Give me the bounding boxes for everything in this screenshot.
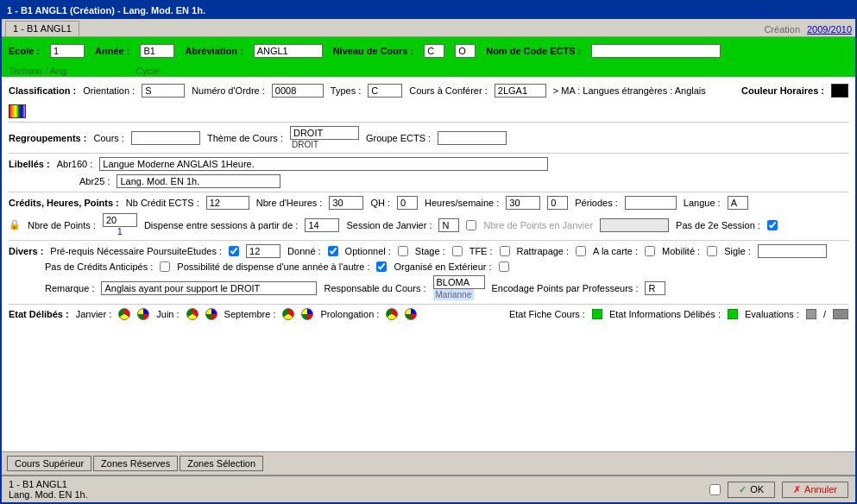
niveau-input2[interactable] [455,44,476,58]
cours-conferer-label: Cours à Conférer : [409,85,487,96]
groupe-ects-input[interactable] [438,131,507,145]
nbre-points-input[interactable] [103,213,137,227]
abr160-input[interactable] [99,157,548,171]
remarque-input[interactable] [101,281,317,295]
numero-input[interactable] [272,84,324,98]
cours-regr-input[interactable] [131,131,200,145]
langue-input[interactable] [728,196,748,210]
bottom-tabs: Cours Supérieur Zones Réserves Zones Sél… [2,451,855,475]
regroupements-label: Regroupements : [9,133,86,143]
green-sub-bar: Termino / Ang Cycle [2,65,855,77]
niveau-input[interactable] [424,44,444,58]
orientation-input[interactable] [142,84,185,98]
credits-label: Crédits, Heures, Points : [9,198,119,208]
optionnel-check[interactable] [398,246,408,256]
donne-check[interactable] [328,246,338,256]
a-la-carte-check[interactable] [645,246,655,256]
a-la-carte-label: A la carte : [593,246,638,256]
zones-reserves-tab[interactable]: Zones Réserves [93,456,178,471]
responsable-name: Marianne [433,289,475,300]
footer-ref1: 1 - B1 ANGL1 [9,479,88,489]
heures-sem-input2[interactable] [547,196,568,210]
etat-info-label: Etat Informations Délibés : [609,309,721,319]
year-link[interactable]: 2009/2010 [807,24,852,35]
zones-selection-tab[interactable]: Zones Sélection [180,456,263,471]
prerequis-input[interactable] [246,244,280,258]
cancel-x-icon: ✗ [793,484,801,495]
ecole-label: Ecole : [9,46,40,56]
stage-check[interactable] [452,246,463,256]
possibilite-label: Possibilité de dispense d'une année à l'… [177,261,369,272]
tfe-check[interactable] [500,246,510,256]
ecole-input[interactable] [50,44,85,58]
footer-bar: 1 - B1 ANGL1 Lang. Mod. EN 1h. ✓ OK ✗ An… [2,475,855,502]
langue-label: Langue : [684,198,721,208]
sigle-label: Sigle : [724,246,751,256]
cours-desc: > MA : Langues étrangères : Anglais [553,85,706,96]
prolongation-pie1 [386,308,398,320]
janvier-pie2 [137,308,149,320]
cours-conferer-input[interactable] [495,84,546,98]
types-input[interactable] [368,84,402,98]
prerequis-check[interactable] [229,246,239,256]
cancel-button[interactable]: ✗ Annuler [782,482,848,498]
heures-sem-input[interactable] [506,196,540,210]
footer-check[interactable] [709,484,721,495]
session-jan-input[interactable] [438,218,459,232]
credits-section: Crédits, Heures, Points : Nb Crédit ECTS… [9,196,848,236]
tab-label: 1 - B1 ANGL1 [13,23,72,34]
nom-code-input[interactable] [591,44,721,58]
numero-label: Numéro d'Ordre : [192,85,265,96]
title-bar: 1 - B1 ANGL1 (Création) - Lang. Mod. EN … [2,2,855,19]
main-panel: Classification : Orientation : Numéro d'… [2,77,855,451]
orientation-label: Orientation : [83,85,135,96]
cours-superieur-tab[interactable]: Cours Supérieur [7,456,91,471]
juin-pie1 [186,308,198,320]
mobilite-check[interactable] [707,246,717,256]
pas-credits-check[interactable] [160,261,170,272]
tfe-label: TFE : [469,246,493,256]
color-rainbow-box[interactable] [9,104,26,118]
classification-section: Classification : Orientation : Numéro d'… [9,84,848,118]
eval-slash: / [823,309,826,319]
sub2: Cycle [135,66,160,76]
possibilite-check[interactable] [376,261,387,272]
responsable-input[interactable] [433,275,485,289]
rattrapage-check[interactable] [576,246,586,256]
annee-input[interactable] [140,44,174,58]
dispense-label: Dispense entre sessions à partir de : [144,220,299,230]
encodage-input[interactable] [645,281,665,295]
pas-2e-check[interactable] [767,220,778,230]
divider4 [9,240,848,241]
nbre-points-label: Nbre de Points : [28,220,96,230]
periodes-input[interactable] [625,196,677,210]
session-jan-check[interactable] [466,220,476,230]
abr25-input[interactable] [117,174,280,188]
tab-info: Création 2009/2010 [764,24,852,36]
ok-button[interactable]: ✓ OK [728,482,775,498]
note-sub: 1 [117,227,123,236]
theme-input[interactable] [290,126,359,140]
qh-input[interactable] [397,196,418,210]
nb-credit-input[interactable] [206,196,249,210]
libelles-section: Libellés : Abr160 : Abr25 : [9,157,848,188]
septembre-pie1 [282,308,294,320]
sub1: Termino / Ang [9,66,66,76]
active-tab[interactable]: 1 - B1 ANGL1 [5,21,79,36]
prolongation-label: Prolongation : [320,309,379,319]
nbre-heures-input[interactable] [329,196,363,210]
nbre-points-jan-input[interactable] [600,218,669,232]
divers-section: Divers : Pré-requis Nécessaire Poursuite… [9,244,848,300]
nom-code-label: Nom de Code ECTS : [486,46,581,56]
footer-ref2: Lang. Mod. EN 1h. [9,489,88,500]
cours-regr-label: Cours : [93,133,123,143]
nbre-points-jan-label: Nbre de Points en Janvier [483,220,593,230]
abrev-input[interactable] [254,44,323,58]
sigle-input[interactable] [758,244,827,258]
classification-label: Classification : [9,85,76,96]
color-black-box[interactable] [831,84,848,98]
dispense-input[interactable] [305,218,339,232]
niveau-label: Niveau de Cours : [333,46,414,56]
organise-check[interactable] [499,261,509,272]
green-bar: Ecole : Année : Abréviation : Niveau de … [2,37,855,65]
